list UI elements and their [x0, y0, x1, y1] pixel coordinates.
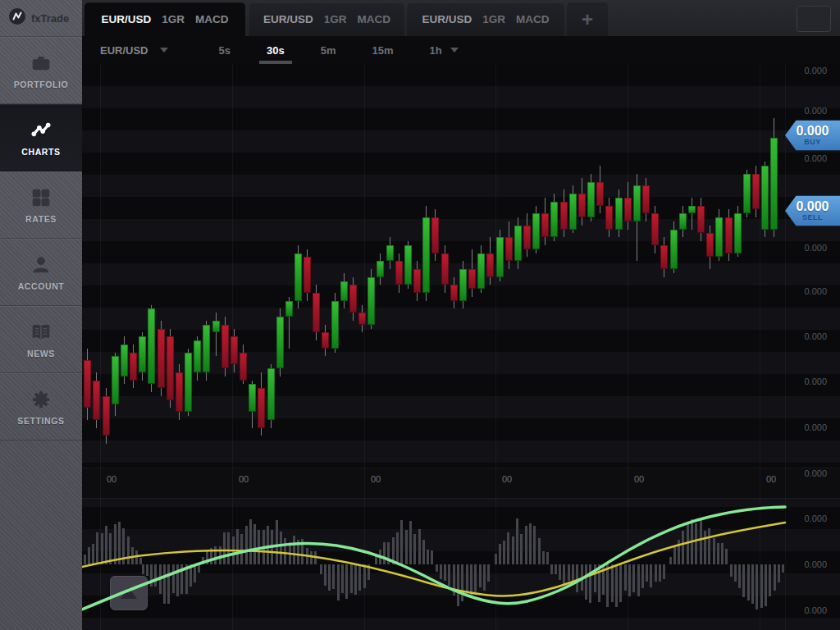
- macd-histogram-bar: [687, 524, 689, 564]
- macd-histogram-bar: [782, 564, 784, 573]
- sidebar-item-label: RATES: [25, 214, 57, 224]
- instrument-select[interactable]: EUR/USD: [100, 44, 168, 57]
- macd-histogram-bar: [105, 526, 107, 564]
- macd-histogram-bar: [474, 564, 477, 592]
- candle-body: [541, 213, 549, 237]
- macd-histogram-bar: [418, 529, 421, 564]
- panel-toggle-button[interactable]: [797, 6, 831, 32]
- briefcase-icon: [30, 52, 52, 74]
- timeframe-5s[interactable]: 5s: [201, 36, 249, 64]
- timeframe-5m[interactable]: 5m: [303, 36, 354, 64]
- timeframe-selector: 5s 30s 5m 15m 1h: [201, 36, 477, 64]
- macd-histogram-bar: [520, 534, 523, 564]
- tab-instrument: EUR/USD: [101, 13, 151, 25]
- macd-histogram-bar: [516, 518, 518, 564]
- macd-histogram-bar: [734, 564, 737, 582]
- macd-histogram-bar: [249, 519, 252, 564]
- fxtrade-logo-icon: [8, 7, 26, 29]
- tab-granularity: 1GR: [482, 13, 505, 25]
- chart-tab-2[interactable]: EUR/USD 1GR MACD: [249, 2, 404, 36]
- macd-histogram-bar: [185, 564, 188, 594]
- brand-name: fxTrade: [31, 12, 69, 25]
- candle-body: [148, 308, 155, 384]
- macd-histogram-bar: [88, 547, 90, 564]
- macd-histogram-bar: [214, 546, 217, 564]
- macd-histogram-bar: [194, 564, 196, 582]
- sidebar-item-portfolio[interactable]: PORTFOLIO: [0, 37, 82, 104]
- candle-body: [496, 237, 504, 276]
- candle-body: [697, 206, 705, 234]
- candle-body: [358, 313, 366, 325]
- macd-histogram-bar: [507, 532, 509, 564]
- price-chart-canvas[interactable]: 0000000000000.0000.0000.0000.0000.0000.0…: [82, 64, 840, 630]
- candle-body: [313, 293, 320, 332]
- macd-histogram-bar: [375, 556, 377, 564]
- candle-body: [624, 198, 632, 221]
- macd-histogram-bar: [572, 564, 574, 584]
- macd-histogram-bar: [135, 550, 138, 564]
- macd-histogram-bar: [297, 540, 299, 564]
- time-axis-label: 00: [239, 474, 249, 484]
- line-chart-icon: [30, 120, 52, 141]
- macd-histogram-bar: [682, 531, 684, 564]
- candle-body: [615, 198, 623, 230]
- macd-histogram-bar: [756, 564, 758, 609]
- sidebar-item-label: PORTFOLIO: [14, 80, 69, 89]
- macd-histogram-bar: [708, 528, 710, 564]
- macd-histogram-bar: [738, 564, 741, 588]
- timeframe-1h[interactable]: 1h: [412, 36, 477, 64]
- sidebar-item-label: ACCOUNT: [18, 281, 65, 291]
- sidebar-item-charts[interactable]: CHARTS: [0, 104, 82, 171]
- macd-histogram-bar: [533, 526, 536, 564]
- macd-histogram-bar: [730, 564, 733, 577]
- macd-histogram-bar: [503, 541, 505, 564]
- candle-body: [240, 353, 247, 381]
- sell-quote-button[interactable]: 0.000 SELL: [785, 195, 840, 226]
- chart-tab-3[interactable]: EUR/USD 1GR MACD: [407, 2, 564, 36]
- candle-body: [587, 182, 595, 218]
- sidebar-item-news[interactable]: NEWS: [0, 306, 82, 373]
- candle-body: [395, 261, 403, 285]
- macd-histogram-bar: [232, 536, 235, 564]
- macd-histogram-bar: [358, 564, 361, 591]
- macd-histogram-bar: [444, 564, 446, 581]
- vertical-gridline: [628, 64, 628, 630]
- macd-histogram-bar: [721, 543, 724, 564]
- candle-body: [176, 372, 183, 412]
- macd-histogram-bar: [448, 564, 450, 586]
- macd-histogram-bar: [760, 564, 763, 608]
- macd-expand-button[interactable]: [110, 576, 148, 610]
- chart-tab-1[interactable]: EUR/USD 1GR MACD: [84, 2, 245, 36]
- add-tab-button[interactable]: +: [567, 2, 608, 36]
- macd-histogram-bar: [585, 564, 587, 600]
- macd-histogram-bar: [538, 538, 541, 564]
- candle-body: [112, 356, 119, 404]
- sidebar-item-settings[interactable]: SETTINGS: [0, 373, 82, 441]
- macd-axis-label: 0.000: [778, 559, 827, 569]
- macd-histogram-bar: [240, 534, 243, 564]
- gear-icon: [30, 389, 52, 410]
- macd-histogram-bar: [198, 564, 200, 573]
- buy-quote-button[interactable]: 0.000 BUY: [785, 120, 840, 151]
- tab-instrument: EUR/USD: [263, 13, 313, 25]
- macd-histogram-bar: [669, 557, 672, 564]
- candle-body: [670, 230, 678, 269]
- macd-histogram-bar: [453, 564, 455, 596]
- timeframe-30s[interactable]: 30s: [249, 36, 303, 64]
- macd-histogram-bar: [747, 564, 750, 600]
- sidebar-item-account[interactable]: ACCOUNT: [0, 239, 82, 306]
- price-axis-label: 0.000: [778, 243, 827, 253]
- sidebar-item-rates[interactable]: RATES: [0, 171, 82, 239]
- timeframe-15m[interactable]: 15m: [354, 36, 411, 64]
- macd-histogram-bar: [436, 564, 438, 572]
- price-axis-label: 0.000: [778, 66, 827, 75]
- macd-histogram-bar: [223, 532, 226, 564]
- open-book-icon: [30, 322, 52, 343]
- macd-histogram-bar: [310, 551, 313, 564]
- candle-body: [660, 245, 668, 269]
- candle-body: [569, 194, 577, 230]
- candle-body: [523, 226, 531, 249]
- macd-histogram-bar: [306, 548, 308, 564]
- macd-histogram-bar: [154, 564, 157, 587]
- macd-histogram-bar: [594, 564, 596, 592]
